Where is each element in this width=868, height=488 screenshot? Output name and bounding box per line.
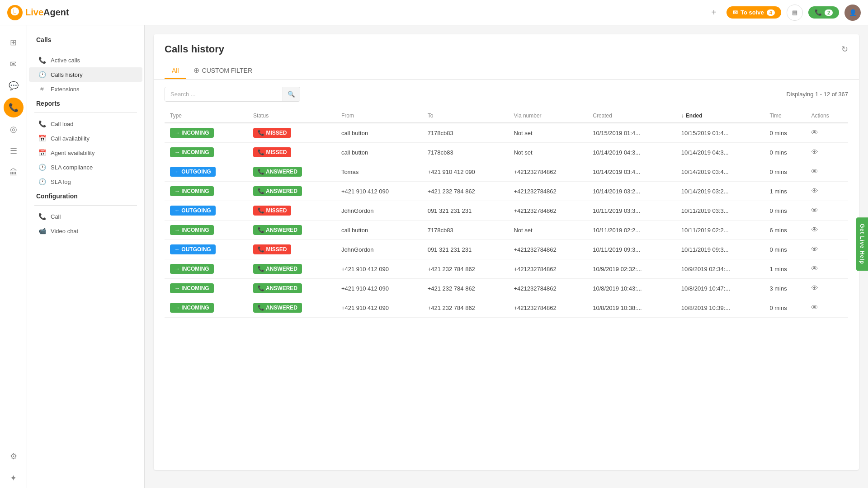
cell-time: 1 mins	[764, 182, 806, 201]
to-solve-button[interactable]: ✉ To solve 4	[726, 6, 781, 19]
sla-compliance-label: SLA compliance	[51, 164, 93, 171]
cell-time: 6 mins	[764, 221, 806, 240]
cell-time: 0 mins	[764, 240, 806, 259]
cell-status: 📞 MISSED	[248, 201, 336, 221]
cell-actions: 👁	[806, 279, 848, 298]
cell-type: → INCOMING	[165, 123, 248, 143]
status-badge: 📞 MISSED	[253, 147, 291, 157]
logo[interactable]: 🅛 LiveAgent	[7, 5, 69, 20]
nav-chat[interactable]: 💬	[4, 76, 24, 96]
table-row: ← OUTGOING 📞 MISSED JohnGordon 091 321 2…	[165, 201, 848, 221]
tab-all[interactable]: All	[165, 63, 186, 79]
sidebar-item-call-config[interactable]: 📞 Call	[29, 209, 142, 224]
nav-inbox[interactable]: ✉	[4, 54, 24, 74]
cell-created: 10/14/2019 04:3...	[587, 143, 676, 162]
sidebar-item-extensions[interactable]: # Extensions	[29, 82, 142, 96]
col-created[interactable]: Created	[587, 109, 676, 123]
view-button[interactable]: 👁	[811, 265, 818, 273]
cell-ended: 10/14/2019 03:2...	[676, 182, 764, 201]
col-type[interactable]: Type	[165, 109, 248, 123]
cell-to: +421 232 784 862	[422, 182, 509, 201]
view-button[interactable]: 👁	[811, 129, 818, 137]
view-button[interactable]: 👁	[811, 206, 818, 215]
view-button[interactable]: 👁	[811, 304, 818, 312]
display-info: Displaying 1 - 12 of 367	[786, 91, 848, 98]
filter-plus-icon: ⊕	[193, 66, 199, 75]
phone-icon: 📞	[815, 9, 822, 16]
col-status[interactable]: Status	[248, 109, 336, 123]
cell-created: 10/14/2019 03:4...	[587, 162, 676, 182]
type-badge: → INCOMING	[170, 283, 214, 293]
sidebar-item-sla-compliance[interactable]: 🕐 SLA compliance	[29, 160, 142, 174]
nav-reports[interactable]: ◎	[4, 119, 24, 139]
nav-customers[interactable]: ☰	[4, 141, 24, 161]
view-button[interactable]: 👁	[811, 226, 818, 234]
cell-time: 0 mins	[764, 162, 806, 182]
col-from[interactable]: From	[336, 109, 422, 123]
active-chats-count: 2	[825, 9, 833, 16]
cell-type: → INCOMING	[165, 279, 248, 298]
cell-via: +421232784862	[508, 259, 587, 279]
sidebar-item-call-availability[interactable]: 📅 Call availability	[29, 131, 142, 145]
logo-text: LiveAgent	[25, 7, 69, 18]
cell-via: Not set	[508, 221, 587, 240]
nav-plugins[interactable]: ✦	[4, 468, 24, 488]
view-button[interactable]: 👁	[811, 148, 818, 156]
col-ended[interactable]: ↓Ended	[676, 109, 764, 123]
table-row: → INCOMING 📞 ANSWERED call button 7178cb…	[165, 221, 848, 240]
view-button[interactable]: 👁	[811, 284, 818, 292]
sidebar-item-video-chat[interactable]: 📹 Video chat	[29, 224, 142, 238]
cell-actions: 👁	[806, 259, 848, 279]
search-input[interactable]	[165, 87, 283, 101]
sidebar-item-call-load[interactable]: 📞 Call load	[29, 117, 142, 131]
calls-table-wrap: Type Status From To Via number Created ↓…	[154, 109, 859, 328]
type-badge: → INCOMING	[170, 225, 214, 235]
cell-created: 10/11/2019 03:3...	[587, 201, 676, 221]
col-via[interactable]: Via number	[508, 109, 587, 123]
reports-divider	[34, 113, 137, 113]
add-button[interactable]: +	[707, 5, 721, 20]
calls-section-title: Calls	[27, 33, 144, 45]
sidebar-item-calls-history[interactable]: 🕐 Calls history	[29, 67, 142, 82]
cell-type: ← OUTGOING	[165, 162, 248, 182]
config-divider	[34, 205, 137, 206]
cell-time: 0 mins	[764, 123, 806, 143]
view-button[interactable]: 👁	[811, 245, 818, 253]
sidebar-item-agent-availability[interactable]: 📅 Agent availability	[29, 145, 142, 160]
phone-icon: 📞	[38, 56, 46, 64]
video-icon: 📹	[38, 227, 46, 235]
view-button[interactable]: 👁	[811, 168, 818, 176]
cell-time: 1 mins	[764, 259, 806, 279]
cell-status: 📞 ANSWERED	[248, 182, 336, 201]
nav-knowledgebase[interactable]: 🏛	[4, 163, 24, 183]
nav-dashboard[interactable]: ⊞	[4, 33, 24, 52]
status-badge: 📞 ANSWERED	[253, 167, 302, 177]
refresh-button[interactable]: ↻	[841, 44, 848, 54]
type-badge: → INCOMING	[170, 147, 214, 157]
active-chats-button[interactable]: 📞 2	[808, 6, 839, 19]
view-button[interactable]: 👁	[811, 187, 818, 195]
cell-status: 📞 ANSWERED	[248, 279, 336, 298]
cell-type: → INCOMING	[165, 143, 248, 162]
col-time[interactable]: Time	[764, 109, 806, 123]
search-button[interactable]: 🔍	[283, 87, 300, 101]
sidebar-item-active-calls[interactable]: 📞 Active calls	[29, 53, 142, 67]
live-help-button[interactable]: Get Live Help	[856, 217, 868, 271]
cell-type: → INCOMING	[165, 221, 248, 240]
user-avatar[interactable]: 👤	[844, 5, 861, 21]
nav-settings[interactable]: ⚙	[4, 446, 24, 466]
clock-icon: 🕐	[38, 164, 46, 171]
col-to[interactable]: To	[422, 109, 509, 123]
cell-from: call button	[336, 123, 422, 143]
status-badge: 📞 MISSED	[253, 206, 291, 216]
sidebar-item-sla-log[interactable]: 🕐 SLA log	[29, 174, 142, 189]
tab-custom-filter[interactable]: ⊕ CUSTOM FILTER	[186, 62, 260, 80]
cell-created: 10/11/2019 09:3...	[587, 240, 676, 259]
cell-via: +421232784862	[508, 162, 587, 182]
log-icon: 🕐	[38, 178, 46, 185]
content-card: Calls history ↻ All ⊕ CUSTOM FILTER 🔍 Di…	[154, 34, 859, 470]
messages-button[interactable]: ▤	[787, 5, 803, 21]
cell-to: +421 232 784 862	[422, 279, 509, 298]
nav-calls[interactable]: 📞	[4, 98, 24, 117]
type-badge: → INCOMING	[170, 264, 214, 274]
